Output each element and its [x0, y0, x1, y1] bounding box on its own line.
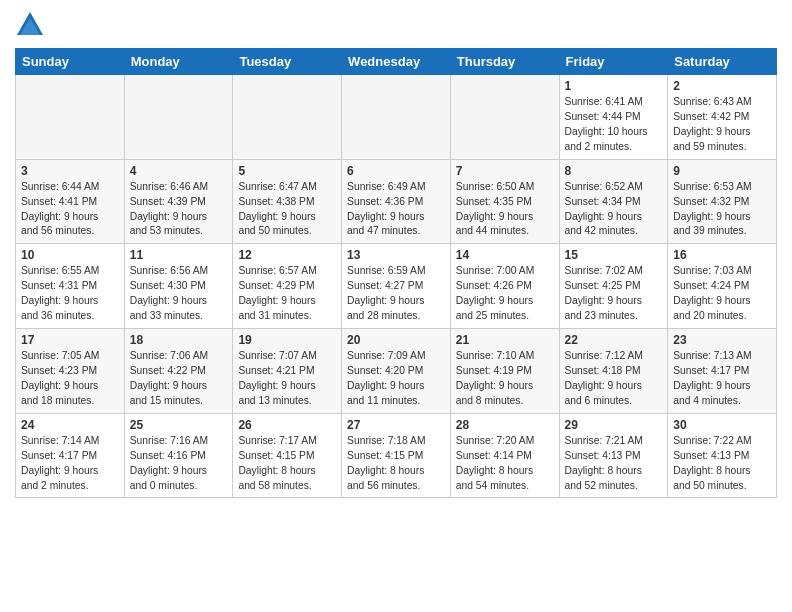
calendar-cell: 14Sunrise: 7:00 AM Sunset: 4:26 PM Dayli…	[450, 244, 559, 329]
day-number: 27	[347, 418, 445, 432]
calendar-cell: 8Sunrise: 6:52 AM Sunset: 4:34 PM Daylig…	[559, 159, 668, 244]
day-number: 30	[673, 418, 771, 432]
day-number: 7	[456, 164, 554, 178]
day-number: 8	[565, 164, 663, 178]
weekday-header-tuesday: Tuesday	[233, 49, 342, 75]
calendar-cell: 25Sunrise: 7:16 AM Sunset: 4:16 PM Dayli…	[124, 413, 233, 498]
day-number: 26	[238, 418, 336, 432]
day-number: 19	[238, 333, 336, 347]
calendar-cell: 6Sunrise: 6:49 AM Sunset: 4:36 PM Daylig…	[342, 159, 451, 244]
calendar-cell: 28Sunrise: 7:20 AM Sunset: 4:14 PM Dayli…	[450, 413, 559, 498]
calendar-cell: 23Sunrise: 7:13 AM Sunset: 4:17 PM Dayli…	[668, 329, 777, 414]
calendar-cell: 12Sunrise: 6:57 AM Sunset: 4:29 PM Dayli…	[233, 244, 342, 329]
day-info: Sunrise: 7:10 AM Sunset: 4:19 PM Dayligh…	[456, 349, 554, 409]
day-info: Sunrise: 6:44 AM Sunset: 4:41 PM Dayligh…	[21, 180, 119, 240]
calendar-cell: 17Sunrise: 7:05 AM Sunset: 4:23 PM Dayli…	[16, 329, 125, 414]
page-container: SundayMondayTuesdayWednesdayThursdayFrid…	[0, 0, 792, 503]
day-number: 16	[673, 248, 771, 262]
weekday-header-wednesday: Wednesday	[342, 49, 451, 75]
day-info: Sunrise: 7:13 AM Sunset: 4:17 PM Dayligh…	[673, 349, 771, 409]
day-info: Sunrise: 7:12 AM Sunset: 4:18 PM Dayligh…	[565, 349, 663, 409]
calendar-cell: 9Sunrise: 6:53 AM Sunset: 4:32 PM Daylig…	[668, 159, 777, 244]
day-number: 29	[565, 418, 663, 432]
calendar-week-row: 17Sunrise: 7:05 AM Sunset: 4:23 PM Dayli…	[16, 329, 777, 414]
day-info: Sunrise: 6:53 AM Sunset: 4:32 PM Dayligh…	[673, 180, 771, 240]
day-number: 4	[130, 164, 228, 178]
day-info: Sunrise: 6:46 AM Sunset: 4:39 PM Dayligh…	[130, 180, 228, 240]
calendar-cell: 1Sunrise: 6:41 AM Sunset: 4:44 PM Daylig…	[559, 75, 668, 160]
day-number: 12	[238, 248, 336, 262]
weekday-header-monday: Monday	[124, 49, 233, 75]
day-info: Sunrise: 7:16 AM Sunset: 4:16 PM Dayligh…	[130, 434, 228, 494]
day-number: 14	[456, 248, 554, 262]
weekday-header-saturday: Saturday	[668, 49, 777, 75]
calendar-cell: 13Sunrise: 6:59 AM Sunset: 4:27 PM Dayli…	[342, 244, 451, 329]
day-info: Sunrise: 6:50 AM Sunset: 4:35 PM Dayligh…	[456, 180, 554, 240]
day-number: 10	[21, 248, 119, 262]
day-info: Sunrise: 6:43 AM Sunset: 4:42 PM Dayligh…	[673, 95, 771, 155]
calendar-cell: 7Sunrise: 6:50 AM Sunset: 4:35 PM Daylig…	[450, 159, 559, 244]
day-number: 28	[456, 418, 554, 432]
day-number: 9	[673, 164, 771, 178]
page-header	[15, 10, 777, 40]
day-info: Sunrise: 6:41 AM Sunset: 4:44 PM Dayligh…	[565, 95, 663, 155]
calendar-cell	[16, 75, 125, 160]
calendar-cell: 10Sunrise: 6:55 AM Sunset: 4:31 PM Dayli…	[16, 244, 125, 329]
logo-icon	[15, 10, 45, 40]
day-number: 25	[130, 418, 228, 432]
day-number: 21	[456, 333, 554, 347]
calendar-cell: 18Sunrise: 7:06 AM Sunset: 4:22 PM Dayli…	[124, 329, 233, 414]
day-info: Sunrise: 7:06 AM Sunset: 4:22 PM Dayligh…	[130, 349, 228, 409]
calendar-cell: 27Sunrise: 7:18 AM Sunset: 4:15 PM Dayli…	[342, 413, 451, 498]
day-info: Sunrise: 7:22 AM Sunset: 4:13 PM Dayligh…	[673, 434, 771, 494]
day-info: Sunrise: 7:09 AM Sunset: 4:20 PM Dayligh…	[347, 349, 445, 409]
calendar-cell: 19Sunrise: 7:07 AM Sunset: 4:21 PM Dayli…	[233, 329, 342, 414]
day-number: 23	[673, 333, 771, 347]
day-number: 6	[347, 164, 445, 178]
weekday-header-row: SundayMondayTuesdayWednesdayThursdayFrid…	[16, 49, 777, 75]
calendar-cell	[124, 75, 233, 160]
day-info: Sunrise: 7:02 AM Sunset: 4:25 PM Dayligh…	[565, 264, 663, 324]
day-number: 13	[347, 248, 445, 262]
day-info: Sunrise: 7:17 AM Sunset: 4:15 PM Dayligh…	[238, 434, 336, 494]
calendar-week-row: 24Sunrise: 7:14 AM Sunset: 4:17 PM Dayli…	[16, 413, 777, 498]
day-number: 15	[565, 248, 663, 262]
day-info: Sunrise: 6:59 AM Sunset: 4:27 PM Dayligh…	[347, 264, 445, 324]
calendar-table: SundayMondayTuesdayWednesdayThursdayFrid…	[15, 48, 777, 498]
day-number: 2	[673, 79, 771, 93]
weekday-header-friday: Friday	[559, 49, 668, 75]
calendar-cell: 30Sunrise: 7:22 AM Sunset: 4:13 PM Dayli…	[668, 413, 777, 498]
calendar-cell: 4Sunrise: 6:46 AM Sunset: 4:39 PM Daylig…	[124, 159, 233, 244]
calendar-cell: 11Sunrise: 6:56 AM Sunset: 4:30 PM Dayli…	[124, 244, 233, 329]
day-info: Sunrise: 7:14 AM Sunset: 4:17 PM Dayligh…	[21, 434, 119, 494]
day-number: 3	[21, 164, 119, 178]
day-number: 5	[238, 164, 336, 178]
calendar-cell: 20Sunrise: 7:09 AM Sunset: 4:20 PM Dayli…	[342, 329, 451, 414]
day-info: Sunrise: 7:18 AM Sunset: 4:15 PM Dayligh…	[347, 434, 445, 494]
day-info: Sunrise: 6:47 AM Sunset: 4:38 PM Dayligh…	[238, 180, 336, 240]
day-number: 20	[347, 333, 445, 347]
calendar-week-row: 1Sunrise: 6:41 AM Sunset: 4:44 PM Daylig…	[16, 75, 777, 160]
calendar-cell: 16Sunrise: 7:03 AM Sunset: 4:24 PM Dayli…	[668, 244, 777, 329]
calendar-cell: 3Sunrise: 6:44 AM Sunset: 4:41 PM Daylig…	[16, 159, 125, 244]
day-number: 24	[21, 418, 119, 432]
calendar-cell: 21Sunrise: 7:10 AM Sunset: 4:19 PM Dayli…	[450, 329, 559, 414]
day-info: Sunrise: 7:20 AM Sunset: 4:14 PM Dayligh…	[456, 434, 554, 494]
calendar-cell	[450, 75, 559, 160]
day-number: 17	[21, 333, 119, 347]
day-info: Sunrise: 7:07 AM Sunset: 4:21 PM Dayligh…	[238, 349, 336, 409]
calendar-cell: 15Sunrise: 7:02 AM Sunset: 4:25 PM Dayli…	[559, 244, 668, 329]
calendar-cell: 24Sunrise: 7:14 AM Sunset: 4:17 PM Dayli…	[16, 413, 125, 498]
weekday-header-sunday: Sunday	[16, 49, 125, 75]
day-info: Sunrise: 7:00 AM Sunset: 4:26 PM Dayligh…	[456, 264, 554, 324]
day-number: 1	[565, 79, 663, 93]
day-info: Sunrise: 6:55 AM Sunset: 4:31 PM Dayligh…	[21, 264, 119, 324]
calendar-cell: 22Sunrise: 7:12 AM Sunset: 4:18 PM Dayli…	[559, 329, 668, 414]
day-info: Sunrise: 6:57 AM Sunset: 4:29 PM Dayligh…	[238, 264, 336, 324]
calendar-week-row: 10Sunrise: 6:55 AM Sunset: 4:31 PM Dayli…	[16, 244, 777, 329]
day-info: Sunrise: 6:56 AM Sunset: 4:30 PM Dayligh…	[130, 264, 228, 324]
calendar-week-row: 3Sunrise: 6:44 AM Sunset: 4:41 PM Daylig…	[16, 159, 777, 244]
calendar-cell: 26Sunrise: 7:17 AM Sunset: 4:15 PM Dayli…	[233, 413, 342, 498]
day-info: Sunrise: 7:05 AM Sunset: 4:23 PM Dayligh…	[21, 349, 119, 409]
day-info: Sunrise: 6:49 AM Sunset: 4:36 PM Dayligh…	[347, 180, 445, 240]
